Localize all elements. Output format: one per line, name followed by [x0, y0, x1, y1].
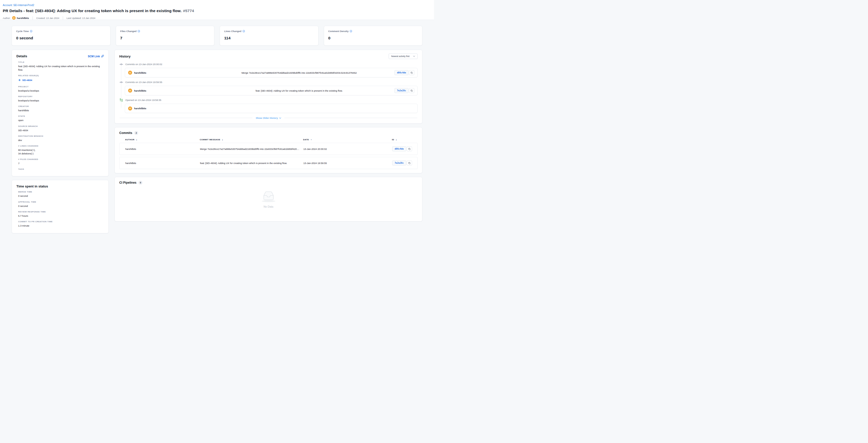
commit-date-cell: 13-Jan-2024 19:59:55	[303, 162, 392, 165]
history-entry: H harshilbits feat: [SEI-4934]: Adding U…	[125, 86, 417, 95]
author-avatar: H	[12, 16, 16, 20]
sort-icon: ▲▼	[396, 139, 397, 141]
entry-commit-message: feat: [SEI-4934]: Adding UX for creating…	[204, 89, 395, 92]
commit-hash-badge[interactable]: d86c4de	[395, 70, 408, 75]
field-label: MERGE TIME	[18, 191, 104, 193]
commits-heading: Commits	[119, 131, 132, 135]
scm-link[interactable]: SCM Link	[88, 55, 104, 58]
info-icon[interactable]: i	[138, 30, 140, 32]
author-name: harshilbits	[17, 17, 29, 20]
timeline-event-label: Opened on 13-Jan-2024 19:58:35	[119, 98, 417, 102]
author-row: Author: H harshilbits Created: 13 Jan 20…	[3, 16, 431, 20]
commits-table-header: AUTHOR ▲▼ COMMIT MESSAGE ▲▼ DATE ▼ ID ▲▼	[119, 139, 417, 141]
git-pull-request-icon	[119, 98, 123, 102]
field-value: dev	[18, 139, 104, 142]
info-icon[interactable]: i	[350, 30, 352, 32]
git-commit-icon	[119, 80, 123, 84]
commits-panel: Commits 2 AUTHOR ▲▼ COMMIT MESSAGE ▲▼ DA…	[115, 127, 423, 173]
copy-icon-button[interactable]	[409, 70, 414, 75]
field-creator: CREATOR harshilbits	[18, 105, 104, 112]
field-title: TITLE feat: [SEI-4934]: Adding UX for cr…	[18, 61, 104, 72]
metric-value: 0 second	[16, 36, 106, 40]
field-label: TAGS	[18, 168, 104, 170]
field-merge-time: MERGE TIME 0 second	[18, 191, 104, 198]
page-content: Cycle Time i 0 second Files Changed i 7 …	[0, 20, 434, 239]
history-heading: History	[119, 55, 131, 58]
show-older-history-row: Show Older History	[119, 117, 417, 119]
field-value: 0 second	[18, 204, 104, 208]
no-data-text: No Data	[264, 205, 273, 208]
field-label: PROJECT	[18, 86, 104, 88]
account-breadcrumb-link[interactable]: Account: SEI-Internal-Prod2	[3, 4, 34, 6]
divider	[284, 118, 417, 118]
field-label: # FILES CHANGED	[18, 158, 104, 160]
details-panel: Details SCM Link TITLE	[11, 50, 109, 176]
commits-count-badge: 2	[134, 131, 138, 135]
field-label: SOURCE BRANCH	[18, 125, 104, 127]
column-header-date[interactable]: DATE ▼	[303, 139, 392, 141]
field-value: SEI-4934	[18, 129, 104, 132]
field-label: TITLE	[18, 61, 104, 63]
commit-hash-badge[interactable]: 7e2e28c	[395, 88, 408, 93]
ci-pipelines-panel: CI Pipelines 0 No Data	[115, 177, 423, 222]
page-header: Account: SEI-Internal-Prod2 PR Details -…	[0, 0, 434, 20]
column-header-author[interactable]: AUTHOR ▲▼	[125, 139, 200, 141]
table-row: harshilbits Merge 7e2e28ce17a27a888e5307…	[119, 143, 417, 155]
history-entry: H harshilbits	[125, 104, 417, 113]
field-value: harshilbits	[18, 109, 104, 112]
field-related-issues: RELATED ISSUE(S) SEI-4934	[18, 75, 104, 83]
info-icon[interactable]: i	[30, 30, 32, 32]
divider	[120, 118, 252, 118]
entry-commit-message: Merge 7e2e28ce17a27a888e530754dd6ad21609…	[204, 71, 395, 74]
history-panel: History Newest activity first	[115, 50, 423, 124]
field-label: COMMIT TO PR CREATION TIME	[18, 220, 104, 223]
jira-issue-icon	[18, 79, 21, 82]
left-column: Details SCM Link TITLE	[11, 50, 109, 233]
sort-selected-value: Newest activity first	[391, 55, 409, 58]
column-header-id[interactable]: ID ▲▼	[392, 139, 417, 141]
copy-icon-button[interactable]	[407, 146, 412, 151]
field-label: # LINES CHANGED	[18, 145, 104, 147]
timeline-event-label: Commits on 13-Jan-2024 20:00:02	[119, 62, 417, 66]
show-older-history-label: Show Older History	[256, 117, 278, 119]
field-label: STATE	[18, 115, 104, 117]
avatar: H	[128, 71, 132, 75]
column-header-commit-message[interactable]: COMMIT MESSAGE ▲▼	[200, 139, 303, 141]
empty-state: No Data	[119, 191, 417, 208]
field-label: RELATED ISSUE(S)	[18, 75, 104, 77]
show-older-history-link[interactable]: Show Older History	[256, 117, 281, 119]
entry-author: harshilbits	[134, 89, 146, 92]
sort-descending-icon: ▼	[310, 139, 312, 141]
time-spent-panel: Time spent in status MERGE TIME 0 second…	[11, 180, 109, 233]
metric-card-cycle-time: Cycle Time i 0 second	[11, 26, 111, 46]
field-value: 5.7 hours	[18, 214, 104, 218]
sort-icon: ▲▼	[222, 139, 223, 141]
related-issue-link[interactable]: SEI-4934	[18, 79, 32, 82]
history-timeline: Commits on 13-Jan-2024 20:00:02 H harshi…	[119, 62, 417, 119]
copy-icon-button[interactable]	[407, 160, 412, 166]
field-lines-changed: # LINES CHANGED 80 insertions(+), 34 del…	[18, 145, 104, 155]
field-label: DESTINATION BRANCH	[18, 135, 104, 137]
column-label: ID	[392, 139, 394, 141]
table-row: harshilbits feat: [SEI-4934]: Adding UX …	[119, 157, 417, 169]
timeline-event-text: Opened on 13-Jan-2024 19:58:35	[125, 99, 161, 101]
metric-value: 7	[120, 36, 210, 40]
metric-label: Cycle Time	[16, 30, 29, 33]
commit-message-cell: feat: [SEI-4934]: Adding UX for creating…	[200, 162, 303, 165]
metric-value: 0	[328, 36, 418, 40]
info-icon[interactable]: i	[243, 30, 245, 32]
avatar: H	[128, 89, 132, 93]
ci-pipelines-count-badge: 0	[138, 181, 143, 185]
commit-hash-badge[interactable]: d86c4de	[392, 146, 406, 151]
field-files-changed: # FILES CHANGED 7	[18, 158, 104, 165]
history-sort-select[interactable]: Newest activity first	[389, 54, 417, 59]
inbox-icon	[263, 191, 274, 201]
field-label: REVIEW RESPONSE TIME	[18, 211, 104, 213]
commit-hash-badge[interactable]: 7e2e28c	[392, 160, 406, 166]
time-spent-heading: Time spent in status	[17, 184, 104, 188]
copy-icon-button[interactable]	[409, 88, 414, 93]
page-title: PR Details - feat: [SEI-4934]: Adding UX…	[3, 8, 431, 13]
field-commit-to-pr-time: COMMIT TO PR CREATION TIME 1.3 minute	[18, 220, 104, 228]
last-updated-date: Last Updated: 13 Jan 2024	[67, 17, 95, 20]
field-approval-time: APPROVAL TIME 0 second	[18, 201, 104, 208]
